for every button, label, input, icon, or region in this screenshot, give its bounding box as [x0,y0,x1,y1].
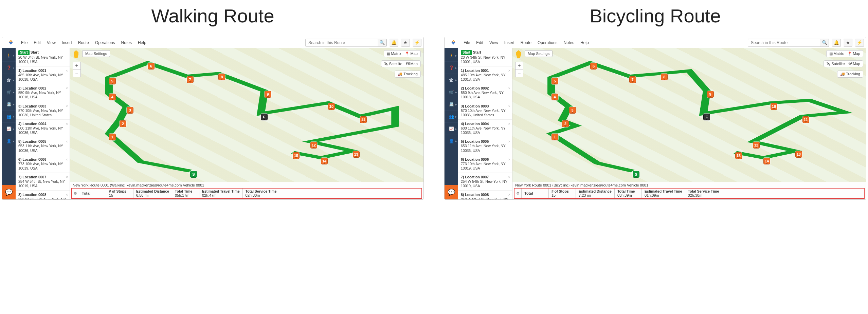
map-marker[interactable]: 15 [293,152,300,159]
nav-help-icon[interactable]: ❓▸ [2,62,16,74]
close-icon[interactable]: × [508,104,510,109]
map-marker[interactable]: 13 [353,151,360,158]
close-icon[interactable]: × [508,175,510,180]
list-item[interactable]: 8) Location 0008×250 W 52nd St, New York… [16,191,70,199]
map-marker[interactable]: 4 [551,94,558,100]
map-marker[interactable]: 9 [707,91,714,98]
gear-icon[interactable]: ⚙ [514,189,521,198]
menu-operations[interactable]: Operations [538,40,558,45]
nav-route-icon[interactable]: 🛣▸ [2,74,16,86]
menu-insert[interactable]: Insert [62,40,72,45]
menu-route[interactable]: Route [521,40,531,45]
nav-route-icon[interactable]: 🛣▸ [445,74,458,86]
close-icon[interactable]: × [508,193,510,197]
map-marker[interactable]: 11 [802,116,809,123]
close-icon[interactable]: × [508,68,510,73]
nav-cart-icon[interactable]: 🛒▸ [2,86,16,98]
menu-notes[interactable]: Notes [564,40,574,45]
map-marker[interactable]: E [703,114,710,120]
list-item[interactable]: 3) Location 0003×570 10th Ave, New York,… [16,102,70,120]
menu-route[interactable]: Route [78,40,89,45]
list-item[interactable]: 1) Location 0001×485 10th Ave, New York,… [16,66,70,84]
map-marker[interactable]: 1 [109,134,116,140]
close-icon[interactable]: × [508,86,510,91]
nav-chat-icon[interactable]: 💬 [2,185,16,199]
menu-file[interactable]: File [21,40,28,45]
map-marker[interactable]: 2 [120,120,126,127]
nav-chat-icon[interactable]: 💬 [445,185,458,199]
map-marker[interactable]: 4 [109,94,116,100]
list-item[interactable]: 7) Location 0007×254 W 54th St, New York… [16,173,70,191]
nav-team-icon[interactable]: 👥▸ [445,111,458,123]
list-item[interactable]: 6) Location 0006×773 10th Ave, New York,… [458,155,512,173]
map-marker[interactable]: 10 [328,103,335,110]
menu-view[interactable]: View [47,40,56,45]
map-canvas[interactable]: Map Settings + − ▦ Matrix 📍 Map 🛰 Satell… [512,48,866,182]
close-icon[interactable]: × [66,122,68,126]
close-icon[interactable]: × [66,139,68,144]
nav-contacts-icon[interactable]: 📇▸ [445,98,458,111]
bolt-icon[interactable]: ⚡ [855,39,864,47]
nav-team-icon[interactable]: 👥▸ [2,111,16,123]
map-marker[interactable]: 6 [590,63,597,70]
map-marker[interactable]: S [190,171,197,178]
search-button[interactable]: 🔍 [820,39,829,47]
search-input[interactable] [748,40,820,45]
close-icon[interactable]: × [508,139,510,144]
menu-help[interactable]: Help [138,40,146,45]
nav-user-icon[interactable]: 👤▸ [2,135,16,147]
map-marker[interactable]: 6 [148,63,155,70]
map-marker[interactable]: 5 [109,78,116,84]
list-item[interactable]: 8) Location 0008×250 W 52nd St, New York… [458,191,512,199]
search-button[interactable]: 🔍 [378,39,386,47]
map-marker[interactable]: 12 [753,142,760,149]
nav-cart-icon[interactable]: 🛒▸ [445,86,458,98]
menu-edit[interactable]: Edit [476,40,483,45]
menu-insert[interactable]: Insert [504,40,514,45]
map-marker[interactable]: 11 [360,116,367,123]
close-icon[interactable]: × [508,122,510,126]
map-marker[interactable]: 14 [763,158,770,164]
close-icon[interactable]: × [508,157,510,162]
nav-contacts-icon[interactable]: 📇▸ [2,98,16,111]
bolt-icon[interactable]: ⚡ [413,39,421,47]
map-marker[interactable]: 7 [187,76,194,83]
nav-help-icon[interactable]: ❓▸ [445,62,458,74]
close-icon[interactable]: × [66,86,68,91]
list-item[interactable]: 5) Location 0005×653 11th Ave, New York,… [16,137,70,155]
menu-help[interactable]: Help [580,40,589,45]
close-icon[interactable]: × [66,157,68,162]
menu-operations[interactable]: Operations [95,40,115,45]
nav-chart-icon[interactable]: 📈▸ [445,123,458,135]
notifications-icon[interactable]: 🔔 [390,39,398,47]
list-item[interactable]: 6) Location 0006×773 10th Ave, New York,… [16,155,70,173]
menu-view[interactable]: View [489,40,498,45]
close-icon[interactable]: × [66,68,68,73]
nav-walk-icon[interactable]: 🚶▸ [2,50,16,62]
list-item[interactable]: 2) Location 0002×550 9th Ave, New York, … [16,84,70,102]
close-icon[interactable]: × [66,104,68,109]
favorite-icon[interactable]: ★ [844,39,852,47]
close-icon[interactable]: × [66,193,68,197]
map-canvas[interactable]: Map Settings + − ▦ Matrix 📍 Map 🛰 Satell… [70,48,423,182]
map-marker[interactable]: 9 [265,91,271,98]
map-marker[interactable]: 12 [310,142,317,149]
map-marker[interactable]: 3 [569,107,576,114]
nav-chart-icon[interactable]: 📈▸ [2,123,16,135]
search-input[interactable] [306,40,378,45]
favorite-icon[interactable]: ★ [401,39,410,47]
map-marker[interactable]: 3 [127,107,133,114]
list-item[interactable]: 1) Location 0001×485 10th Ave, New York,… [458,66,512,84]
nav-walk-icon[interactable]: 🚶▸ [445,50,458,62]
list-item[interactable]: 4) Location 0004×600 11th Ave, New York,… [16,120,70,137]
nav-user-icon[interactable]: 👤▸ [445,135,458,147]
map-marker[interactable]: 10 [771,103,777,110]
map-marker[interactable]: S [633,171,639,178]
gear-icon[interactable]: ⚙ [72,189,79,198]
map-marker[interactable]: 2 [562,120,569,127]
list-item[interactable]: 7) Location 0007×254 W 54th St, New York… [458,173,512,191]
map-marker[interactable]: 15 [735,152,742,159]
list-item[interactable]: 2) Location 0002×550 9th Ave, New York, … [458,84,512,102]
map-marker[interactable]: 13 [795,151,802,158]
stop-start[interactable]: StartStart 20 W 34th St, New York, NY 10… [458,48,512,66]
